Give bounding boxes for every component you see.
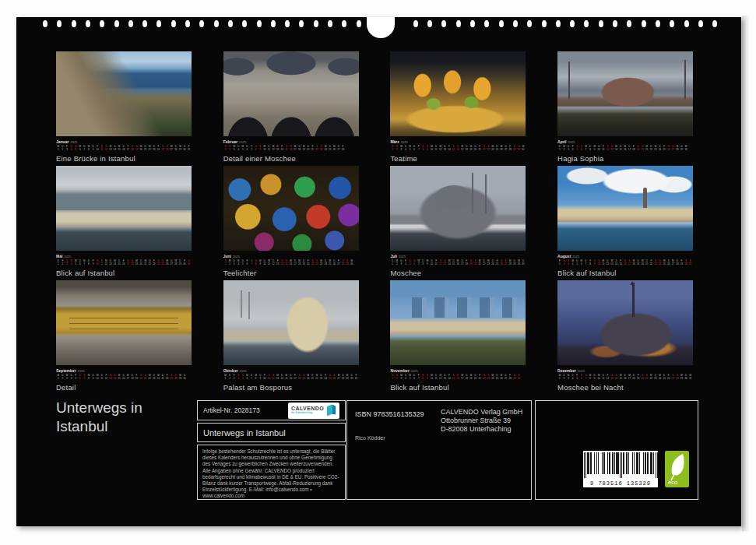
binding-hole xyxy=(314,20,318,27)
photo-caption: Detail xyxy=(56,383,192,392)
mini-calendar-strip: M1D2M3D4F5S6S7M8D9M10D11F12S13S14M15D16M… xyxy=(557,374,693,380)
mini-day: M30 xyxy=(350,260,354,265)
binding-hole xyxy=(670,20,674,27)
mini-calendar-strip: S1S2M3D4M5D6F7S8S9M10D11M12D13F14S15S16M… xyxy=(390,374,526,380)
month-cell-jan: Januar2025M1D2F3S4S5M6D7M8D9F10S11S12M13… xyxy=(56,51,192,163)
binding-hole xyxy=(199,20,204,27)
calvendo-logo-icon xyxy=(326,404,336,417)
eco-label-text: eco xyxy=(668,479,677,486)
barcode-digits: 9 783516 135329 xyxy=(583,480,658,487)
calendar-title: Unterwegs in Istanbul xyxy=(56,399,181,436)
photo-sep xyxy=(56,280,192,365)
mini-day: S31 xyxy=(688,260,693,265)
month-label: November2025 xyxy=(390,368,526,374)
publisher-address: CALVENDO Verlag GmbH Ottobrunner Straße … xyxy=(441,408,522,434)
month-label: Dezember2025 xyxy=(557,368,693,374)
title-box: Unterwegs in Istanbul xyxy=(197,423,346,442)
photo-caption: Moschee xyxy=(390,269,526,277)
calvendo-logo: CALVENDO der Kalenderverlag xyxy=(288,403,339,419)
binding-hole xyxy=(427,20,432,27)
month-label: Februar2025 xyxy=(223,139,359,145)
binding-hole xyxy=(171,20,176,27)
photo-caption: Teatime xyxy=(390,154,526,163)
photo-caption: Detail einer Moschee xyxy=(223,154,359,163)
binding-hole xyxy=(556,20,561,27)
binding-hole xyxy=(456,20,461,27)
binding-hole xyxy=(185,20,190,27)
binding-hole xyxy=(513,20,518,27)
binding-hole xyxy=(342,20,346,27)
binding-hole xyxy=(470,20,475,27)
article-number-box: Artikel-Nr. 2028173 CALVENDO der Kalende… xyxy=(197,400,346,420)
binding-hole xyxy=(242,20,247,27)
binding-hole xyxy=(100,20,104,27)
mini-calendar-strip: M1D2F3S4S5M6D7M8D9F10S11S12M13D14M15D16F… xyxy=(223,374,359,380)
binding-hole xyxy=(599,20,603,27)
month-label: Juni2025 xyxy=(223,254,359,259)
title-box-text: Unterwegs in Istanbul xyxy=(203,428,286,438)
photo-jul xyxy=(390,166,526,251)
publisher-line: CALVENDO Verlag GmbH xyxy=(441,408,522,417)
photo-caption: Teelichter xyxy=(223,269,359,277)
mini-day: S31 xyxy=(187,260,192,265)
legal-box: Infolge bestehender Schutzrechte ist es … xyxy=(197,445,346,500)
calvendo-logo-text: CALVENDO der Kalenderverlag xyxy=(291,406,324,414)
month-label: Oktober2025 xyxy=(223,368,359,374)
hanger-notch xyxy=(367,17,395,38)
photo-caption: Blick auf Istanbul xyxy=(390,383,526,392)
month-label: Juli2025 xyxy=(390,254,526,259)
isbn-text: ISBN 9783516135329 xyxy=(355,410,424,418)
barcode-box: 9 783516 135329 eco xyxy=(535,400,698,500)
month-label: Januar2025 xyxy=(56,139,192,145)
mini-calendar-strip: S1S2M3D4M5D6F7S8S9M10D11M12D13F14S15S16M… xyxy=(390,146,526,151)
month-cell-dez: Dezember2025M1D2M3D4F5S6S7M8D9M10D11F12S… xyxy=(557,280,693,392)
month-label: Mai2025 xyxy=(56,254,192,259)
binding-hole xyxy=(43,20,47,27)
binding-hole xyxy=(527,20,532,27)
photo-caption: Eine Brücke in Istanbul xyxy=(56,154,192,163)
binding-hole xyxy=(86,20,90,27)
photo-dez xyxy=(557,280,693,365)
binding-hole xyxy=(271,20,276,27)
article-number: Artikel-Nr. 2028173 xyxy=(203,406,260,414)
binding-hole xyxy=(257,20,262,27)
binding-hole xyxy=(357,20,361,27)
mini-calendar-strip: D1M2D3F4S5S6M7D8M9D10F11S12S13M14D15M16D… xyxy=(390,260,526,265)
mini-day: F28 xyxy=(341,146,346,151)
photo-jan xyxy=(56,51,192,136)
photo-caption: Moschee bei Nacht xyxy=(557,383,693,392)
photo-nov xyxy=(390,280,526,365)
month-label: März2025 xyxy=(390,139,526,145)
publisher-line: D-82008 Unterhaching xyxy=(441,425,522,434)
month-cell-jun: Juni2025S1M2D3M4D5F6S7S8M9D10M11D12F13S1… xyxy=(223,166,359,277)
photo-caption: Blick auf Istanbul xyxy=(557,269,693,277)
photo-apr xyxy=(557,51,693,136)
binding-hole xyxy=(484,20,489,27)
binding-hole xyxy=(328,20,332,27)
publisher-line: Ottobrunner Straße 39 xyxy=(441,417,522,425)
month-label: April2025 xyxy=(557,139,693,145)
photo-mai xyxy=(56,166,192,251)
photo-caption: Blick auf Istanbul xyxy=(56,269,192,277)
mini-calendar-strip: D1M2D3F4S5S6M7D8M9D10F11S12S13M14D15M16D… xyxy=(557,146,693,151)
mini-calendar-strip: S1M2D3M4D5F6S7S8M9D10M11D12F13S14S15M16D… xyxy=(223,260,359,265)
mini-day: M31 xyxy=(688,374,693,380)
mini-day: M30 xyxy=(684,146,688,151)
month-label: September2025 xyxy=(56,368,192,374)
binding-hole xyxy=(214,20,219,27)
binding-hole xyxy=(698,20,703,27)
binding-hole xyxy=(72,20,76,27)
binding-hole xyxy=(584,20,589,27)
binding-hole xyxy=(413,20,418,27)
month-cell-sep: September2025M1D2M3D4F5S6S7M8D9M10D11F12… xyxy=(56,280,192,392)
month-cell-nov: November2025S1S2M3D4M5D6F7S8S9M10D11M12D… xyxy=(390,280,526,392)
month-cell-mai: Mai2025D1F2S3S4M5D6M7D8F9S10S11M12D13M14… xyxy=(56,166,192,277)
mini-day: D30 xyxy=(182,374,187,380)
binding-hole xyxy=(142,20,147,27)
photo-mar xyxy=(390,51,526,136)
binding-hole xyxy=(57,20,62,27)
mini-calendar-strip: D1F2S3S4M5D6M7D8F9S10S11M12D13M14D15F16S… xyxy=(56,260,192,265)
binding-hole xyxy=(656,20,660,27)
mini-calendar-strip: F1S2S3M4D5M6D7F8S9S10M11D12M13D14F15S16S… xyxy=(557,260,693,265)
calvendo-logo-tagline: der Kalenderverlag xyxy=(291,412,324,414)
